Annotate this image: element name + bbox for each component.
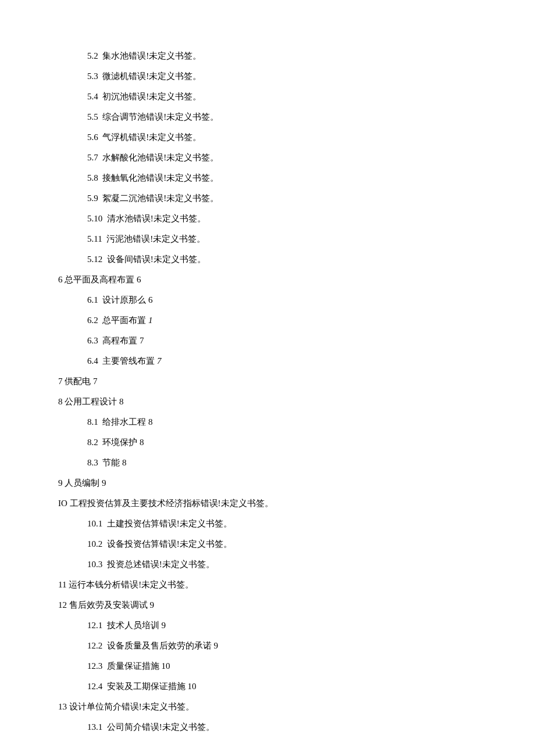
toc-item-5-4: 5.4 初沉池错误!未定义书签。 [58, 87, 477, 106]
toc-num: 8.2 [87, 438, 98, 447]
toc-item-5-2: 5.2 集水池错误!未定义书签。 [58, 46, 477, 66]
toc-text: 微滤机错误!未定义书签。 [102, 71, 201, 81]
toc-title: 6 总平面及高程布置 6 [58, 275, 141, 284]
toc-section-12: 12 售后效劳及安装调试 9 [58, 596, 477, 615]
toc-text: 絮凝二沉池错误!未定义书签。 [102, 194, 219, 203]
toc-item-12-2: 12.2 设备质量及售后效劳的承诺 9 [58, 636, 477, 655]
toc-text: 设备投资估算错误!未定义书签。 [107, 539, 232, 549]
toc-num: 6.4 [87, 356, 98, 366]
toc-num: 10.3 [87, 560, 102, 569]
toc-page: 1 [148, 316, 153, 325]
toc-item-6-3: 6.3 高程布置 7 [58, 331, 477, 350]
toc-item-5-3: 5.3 微滤机错误!未定义书签。 [58, 67, 477, 86]
toc-text: 接触氧化池错误!未定义书签。 [102, 173, 219, 182]
toc-text: 集水池错误!未定义书签。 [102, 51, 201, 60]
toc-section-8: 8 公用工程设计 8 [58, 392, 477, 411]
toc-num: 5.4 [87, 92, 98, 101]
toc-num: 8.3 [87, 458, 98, 467]
toc-item-8-3: 8.3 节能 8 [58, 453, 477, 472]
toc-title: 9 人员编制 9 [58, 478, 106, 488]
table-of-contents: 5.2 集水池错误!未定义书签。 5.3 微滤机错误!未定义书签。 5.4 初沉… [58, 46, 477, 737]
toc-text: 污泥池错误!未定义书签。 [106, 234, 205, 243]
toc-section-10: IO 工程投资估算及主要技术经济指标错误!未定义书签。 [58, 494, 477, 513]
toc-text: 节能 8 [102, 458, 126, 467]
toc-num: 5.5 [87, 112, 98, 121]
toc-section-9: 9 人员编制 9 [58, 474, 477, 493]
toc-text: 安装及工期保证措施 10 [107, 682, 197, 691]
toc-text: 设备质量及售后效劳的承诺 9 [107, 641, 218, 650]
toc-text: 设计原那么 6 [102, 295, 152, 304]
toc-item-13-1: 13.1 公司简介错误!未定义书签。 [58, 718, 477, 737]
toc-item-8-1: 8.1 给排水工程 8 [58, 413, 477, 432]
toc-title: 11 运行本钱分析错误!未定义书签。 [58, 580, 194, 589]
toc-section-6: 6 总平面及高程布置 6 [58, 270, 477, 289]
toc-num: 12.3 [87, 661, 102, 671]
toc-num: 5.11 [87, 234, 102, 243]
toc-text: 总平面布置 [102, 316, 146, 325]
toc-text: 高程布置 7 [102, 336, 144, 345]
toc-num: 10.2 [87, 539, 102, 549]
toc-text: 公司简介错误!未定义书签。 [107, 722, 215, 732]
toc-item-5-8: 5.8 接触氧化池错误!未定义书签。 [58, 169, 477, 188]
toc-title: 7 供配电 7 [58, 377, 98, 386]
toc-item-12-4: 12.4 安装及工期保证措施 10 [58, 677, 477, 696]
toc-section-13: 13 设计单位简介错误!未定义书签。 [58, 697, 477, 716]
toc-item-5-12: 5.12 设备间错误!未定义书签。 [58, 250, 477, 269]
toc-text: 环境保护 8 [102, 438, 144, 447]
toc-item-5-6: 5.6 气浮机错误!未定义书签。 [58, 128, 477, 147]
toc-num: 5.3 [87, 71, 98, 81]
toc-item-8-2: 8.2 环境保护 8 [58, 433, 477, 452]
toc-section-7: 7 供配电 7 [58, 372, 477, 391]
toc-text: 土建投资估算错误!未定义书签。 [107, 519, 232, 528]
toc-num: 12.2 [87, 641, 102, 650]
toc-text: 水解酸化池错误!未定义书签。 [102, 153, 219, 162]
toc-item-5-5: 5.5 综合调节池错误!未定义书签。 [58, 108, 477, 127]
toc-num: 6.1 [87, 295, 98, 304]
toc-text: 技术人员培训 9 [107, 621, 166, 630]
toc-num: 13.1 [87, 722, 102, 732]
toc-num: 12.1 [87, 621, 102, 630]
toc-num: 5.7 [87, 153, 98, 162]
toc-text: 投资总述错误!未定义书签。 [107, 560, 215, 569]
toc-num: 12.4 [87, 682, 102, 691]
toc-num: 5.10 [87, 214, 102, 223]
toc-text: 清水池错误!未定义书签。 [107, 214, 206, 223]
toc-num: 10.1 [87, 519, 102, 528]
toc-item-12-3: 12.3 质量保证措施 10 [58, 657, 477, 676]
toc-item-5-10: 5.10 清水池错误!未定义书签。 [58, 209, 477, 228]
toc-title: 8 公用工程设计 8 [58, 397, 124, 406]
toc-item-10-3: 10.3 投资总述错误!未定义书签。 [58, 555, 477, 574]
toc-num: 5.9 [87, 194, 98, 203]
toc-item-6-1: 6.1 设计原那么 6 [58, 291, 477, 310]
toc-num: 5.8 [87, 173, 98, 182]
toc-num: 8.1 [87, 417, 98, 427]
toc-title: IO 工程投资估算及主要技术经济指标错误!未定义书签。 [58, 499, 273, 508]
toc-title: 13 设计单位简介错误!未定义书签。 [58, 702, 194, 711]
toc-item-6-2: 6.2 总平面布置 1 [58, 311, 477, 330]
toc-num: 5.6 [87, 132, 98, 142]
toc-text: 气浮机错误!未定义书签。 [102, 132, 201, 142]
toc-num: 6.2 [87, 316, 98, 325]
toc-text: 设备间错误!未定义书签。 [107, 255, 206, 264]
toc-section-11: 11 运行本钱分析错误!未定义书签。 [58, 575, 477, 594]
toc-text: 质量保证措施 10 [107, 661, 170, 671]
toc-item-10-1: 10.1 土建投资估算错误!未定义书签。 [58, 514, 477, 533]
toc-item-5-9: 5.9 絮凝二沉池错误!未定义书签。 [58, 189, 477, 208]
toc-title: 12 售后效劳及安装调试 9 [58, 600, 154, 610]
toc-item-6-4: 6.4 主要管线布置 7 [58, 352, 477, 371]
toc-page: 7 [157, 356, 162, 366]
toc-num: 5.2 [87, 51, 98, 60]
toc-text: 初沉池错误!未定义书签。 [102, 92, 201, 101]
toc-num: 6.3 [87, 336, 98, 345]
toc-text: 综合调节池错误!未定义书签。 [102, 112, 219, 121]
toc-item-5-7: 5.7 水解酸化池错误!未定义书签。 [58, 148, 477, 167]
toc-item-5-11: 5.11 污泥池错误!未定义书签。 [58, 230, 477, 249]
toc-text: 给排水工程 8 [102, 417, 152, 427]
toc-text: 主要管线布置 [102, 356, 155, 366]
toc-item-10-2: 10.2 设备投资估算错误!未定义书签。 [58, 535, 477, 554]
toc-num: 5.12 [87, 255, 102, 264]
toc-item-12-1: 12.1 技术人员培训 9 [58, 616, 477, 635]
